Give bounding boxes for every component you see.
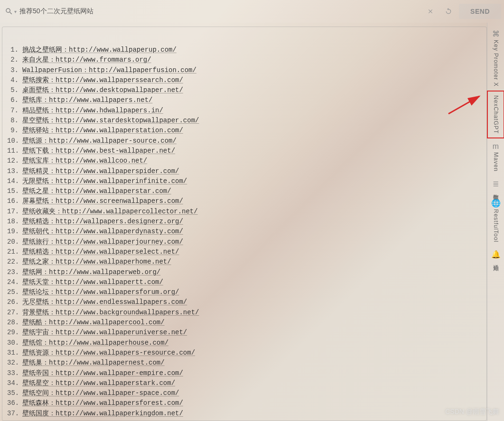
list-item: 7.精品壁纸：http://www.hdwallpapers.in/ — [7, 106, 482, 116]
list-item: 20.壁纸旅行：http://www.wallpaperjourney.com/ — [7, 237, 482, 247]
list-item-number: 34. — [7, 378, 20, 388]
list-item-text[interactable]: 无限壁纸：http://www.wallpaperinfinite.com/ — [22, 176, 187, 186]
side-tab-icon: 🌐 — [491, 199, 501, 208]
list-item-text[interactable]: 壁纸源：http://www.wallpaper-source.com/ — [22, 136, 177, 146]
list-item-number: 11. — [7, 146, 20, 156]
list-item-number: 10. — [7, 136, 20, 146]
list-item-number: 4. — [7, 75, 20, 85]
list-item-text[interactable]: 壁纸之星：http://www.wallpaperstar.com/ — [22, 186, 171, 196]
list-item: 25.壁纸论坛：http://www.wallpapersforum.org/ — [7, 287, 482, 297]
side-tab-label: 数据库 — [492, 190, 500, 191]
side-tabs: ⌘Key Promoter XNexChatGPTmMaven≣数据库🌐Rest… — [487, 23, 504, 421]
list-item: 9.壁纸驿站：http://www.wallpaperstation.com/ — [7, 126, 482, 136]
list-item-number: 14. — [7, 176, 20, 186]
list-item-number: 31. — [7, 348, 20, 358]
list-item-text[interactable]: 壁纸搜索：http://www.wallpaperssearch.com/ — [22, 75, 183, 85]
list-item-text[interactable]: 壁纸精灵：http://www.wallpaperspider.com/ — [22, 166, 179, 176]
list-item: 23.壁纸网：http://www.wallpaperweb.org/ — [7, 267, 482, 277]
list-item: 16.屏幕壁纸：http://www.screenwallpapers.com/ — [7, 196, 482, 206]
list-item-text[interactable]: 壁纸资源：http://www.wallpapers-resource.com/ — [22, 348, 195, 358]
list-item: 22.壁纸之家：http://www.wallpaperhome.net/ — [7, 257, 482, 267]
list-item-text[interactable]: 壁纸论坛：http://www.wallpapersforum.org/ — [22, 287, 179, 297]
side-tab-nexchatgpt[interactable]: NexChatGPT — [487, 91, 504, 138]
list-item: 10.壁纸源：http://www.wallpaper-source.com/ — [7, 136, 482, 146]
list-item-text[interactable]: 来自火星：http://www.frommars.org/ — [22, 55, 151, 65]
refresh-icon — [445, 8, 452, 15]
list-item-number: 21. — [7, 247, 20, 257]
list-item: 29.壁纸宇宙：http://www.wallpaperuniverse.net… — [7, 328, 482, 338]
list-item-text[interactable]: 桌面壁纸：http://www.desktopwallpaper.net/ — [22, 85, 183, 95]
list-item-number: 3. — [7, 65, 20, 75]
list-item-text[interactable]: 壁纸酷：http://www.wallpapercool.com/ — [22, 318, 165, 328]
list-item-text[interactable]: 壁纸下载：http://www.best-wallpaper.net/ — [22, 146, 175, 156]
list-item-text[interactable]: 挑战之壁纸网：http://www.wallpaperup.com/ — [22, 45, 177, 55]
list-item-number: 28. — [7, 318, 20, 328]
list-item-text[interactable]: 壁纸旅行：http://www.wallpaperjourney.com/ — [22, 237, 183, 247]
list-item-number: 27. — [7, 308, 20, 318]
list-item: 11.壁纸下载：http://www.best-wallpaper.net/ — [7, 146, 482, 156]
list-item-text[interactable]: 壁纸朝代：http://www.wallpaperdynasty.com/ — [22, 227, 183, 237]
dropdown-indicator-icon: ▾ — [14, 9, 17, 14]
list-item-text[interactable]: 壁纸宝库：http://www.wallcoo.net/ — [22, 156, 147, 166]
list-item: 2.来自火星：http://www.frommars.org/ — [7, 55, 482, 65]
content-panel: 1.挑战之壁纸网：http://www.wallpaperup.com/2.来自… — [2, 27, 487, 421]
list-item-text[interactable]: 壁纸空间：http://www.wallpaper-space.com/ — [22, 388, 179, 398]
list-item-text[interactable]: 壁纸帝国：http://www.wallpaper-empire.com/ — [22, 368, 183, 378]
list-item: 27.背景壁纸：http://www.backgroundwallpapers.… — [7, 308, 482, 318]
list-item-text[interactable]: 壁纸库：http://www.wallpapers.net/ — [22, 95, 152, 105]
refresh-button[interactable] — [441, 4, 456, 19]
list-item-number: 24. — [7, 277, 20, 287]
top-bar: ▾ SEND — [0, 0, 504, 23]
side-tab-restfultool[interactable]: 🌐RestfulTool — [487, 195, 504, 246]
list-item-number: 2. — [7, 55, 20, 65]
list-item: 6.壁纸库：http://www.wallpapers.net/ — [7, 95, 482, 105]
list-item-number: 17. — [7, 207, 20, 217]
list-item-text[interactable]: 壁纸巢：http://www.wallpapernest.com/ — [22, 358, 165, 368]
list-item-text[interactable]: 壁纸宇宙：http://www.wallpaperuniverse.net/ — [22, 328, 187, 338]
list-item: 24.壁纸天堂：http://www.wallpapertt.com/ — [7, 277, 482, 287]
list-item: 4.壁纸搜索：http://www.wallpaperssearch.com/ — [7, 75, 482, 85]
list-item-text[interactable]: 壁纸馆：http://www.wallpaperhouse.com/ — [22, 338, 168, 348]
list-item-text[interactable]: 背景壁纸：http://www.backgroundwallpapers.net… — [22, 308, 199, 318]
list-item-text[interactable]: 壁纸精选：http://wallpapers.designerz.org/ — [22, 217, 183, 227]
side-tab-label: RestfulTool — [493, 209, 499, 242]
list-item-number: 36. — [7, 398, 20, 408]
search-wrap: ▾ — [3, 7, 420, 16]
list-item-text[interactable]: 壁纸网：http://www.wallpaperweb.org/ — [22, 267, 160, 277]
send-button[interactable]: SEND — [459, 4, 501, 19]
side-tab-数据库[interactable]: ≣数据库 — [487, 175, 504, 195]
list-item: 28.壁纸酷：http://www.wallpapercool.com/ — [7, 318, 482, 328]
side-tab-key-promoter-x[interactable]: ⌘Key Promoter X — [487, 26, 504, 91]
list-item-text[interactable]: 壁纸天堂：http://www.wallpapertt.com/ — [22, 277, 163, 287]
list-item: 3.WallpaperFusion：http://wallpaperfusion… — [7, 65, 482, 75]
list-item-text[interactable]: 壁纸精选：http://www.wallpaperselect.net/ — [22, 247, 179, 257]
side-tab-maven[interactable]: mMaven — [487, 138, 504, 175]
list-item-number: 13. — [7, 166, 20, 176]
result-list: 1.挑战之壁纸网：http://www.wallpaperup.com/2.来自… — [7, 45, 482, 419]
list-item-number: 25. — [7, 287, 20, 297]
list-item-text[interactable]: 星空壁纸：http://www.stardesktopwallpaper.com… — [22, 116, 199, 126]
clear-button[interactable] — [423, 4, 438, 19]
list-item-text[interactable]: 屏幕壁纸：http://www.screenwallpapers.com/ — [22, 196, 183, 206]
list-item-number: 22. — [7, 257, 20, 267]
list-item-text[interactable]: 壁纸驿站：http://www.wallpaperstation.com/ — [22, 126, 183, 136]
list-item: 17.壁纸收藏夹：http://www.wallpapercollector.n… — [7, 207, 482, 217]
side-tab-通知[interactable]: 🔔通知 — [487, 246, 504, 265]
list-item-text[interactable]: 壁纸国度：http://www.wallpaperkingdom.net/ — [22, 409, 183, 419]
list-item-text[interactable]: 精品壁纸：http://www.hdwallpapers.in/ — [22, 106, 163, 116]
list-item-number: 33. — [7, 368, 20, 378]
side-tab-label: Maven — [493, 152, 499, 172]
search-input[interactable] — [19, 8, 418, 15]
list-item-text[interactable]: 无尽壁纸：http://www.endlesswallpapers.com/ — [22, 297, 187, 307]
list-item-number: 1. — [7, 45, 20, 55]
list-item-text[interactable]: 壁纸之家：http://www.wallpaperhome.net/ — [22, 257, 171, 267]
list-item: 32.壁纸巢：http://www.wallpapernest.com/ — [7, 358, 482, 368]
list-item: 8.星空壁纸：http://www.stardesktopwallpaper.c… — [7, 116, 482, 126]
list-item: 35.壁纸空间：http://www.wallpaper-space.com/ — [7, 388, 482, 398]
list-item-number: 20. — [7, 237, 20, 247]
list-item: 31.壁纸资源：http://www.wallpapers-resource.c… — [7, 348, 482, 358]
list-item-text[interactable]: 壁纸森林：http://www.wallpapersforest.com/ — [22, 398, 183, 408]
list-item-text[interactable]: 壁纸收藏夹：http://www.wallpapercollector.net/ — [22, 207, 198, 217]
list-item-text[interactable]: WallpaperFusion：http://wallpaperfusion.c… — [22, 65, 196, 75]
list-item-text[interactable]: 壁纸星空：http://www.wallpaperstark.com/ — [22, 378, 175, 388]
